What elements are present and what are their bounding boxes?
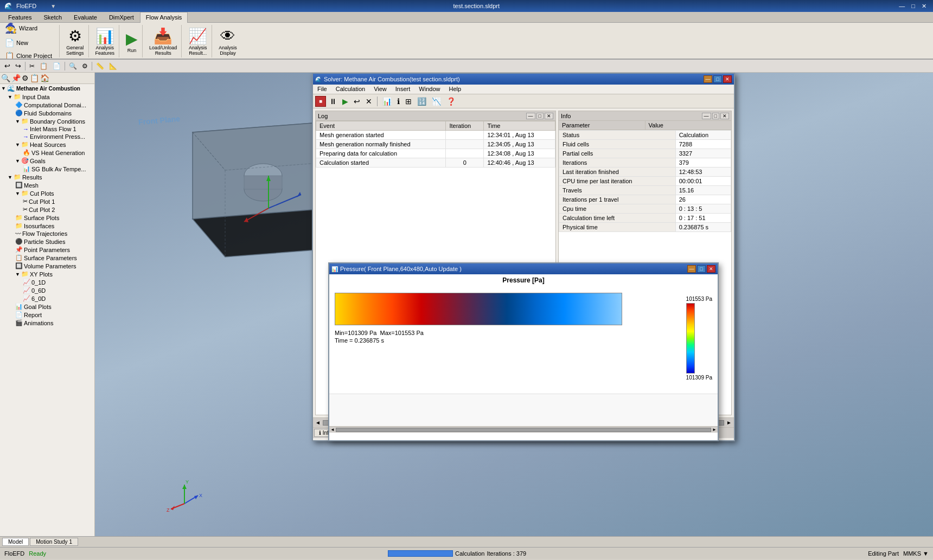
clone-project-button[interactable]: 📋 Clone Project xyxy=(2,50,55,60)
run-button[interactable]: ▶ Run xyxy=(122,25,143,57)
solver-menu-insert[interactable]: Insert xyxy=(391,85,415,93)
solver-cancel-btn[interactable]: ✕ xyxy=(363,96,374,106)
sidebar-item-fluid-sub[interactable]: 🔵 Fluid Subdomains xyxy=(0,109,94,117)
sidebar-item-0_6D[interactable]: 📈 0_6D xyxy=(0,286,94,294)
sidebar-item-report[interactable]: 📄 Report xyxy=(0,311,94,319)
pressure-scrollbar[interactable]: ◄ ► xyxy=(329,426,718,433)
tree-root[interactable]: ▼ 🌊 Methane Air Combustion xyxy=(0,84,94,93)
log-close-btn[interactable]: ✕ xyxy=(545,113,553,119)
solver-menu-file[interactable]: File xyxy=(313,85,331,93)
analysis-features-button[interactable]: 📊 AnalysisFeatures xyxy=(91,25,120,57)
sidebar-item-vs-heat[interactable]: 🔥 VS Heat Generation xyxy=(0,149,94,157)
sidebar-item-cut-plot-2[interactable]: ✂ Cut Plot 2 xyxy=(0,205,94,214)
sidebar-item-surface-params[interactable]: 📋 Surface Parameters xyxy=(0,254,94,262)
minimize-button[interactable]: — xyxy=(897,3,907,10)
sidebar-item-surface-plots[interactable]: 📁 Surface Plots xyxy=(0,214,94,222)
solver-close-button[interactable]: ✕ xyxy=(723,75,732,83)
load-unload-button[interactable]: 📥 Load/UnloadResults xyxy=(145,25,182,57)
sidebar-item-comp-domain[interactable]: 🔷 Computational Domai... xyxy=(0,101,94,109)
toolbar-btn-3[interactable]: ✂ xyxy=(27,62,37,70)
pressure-minimize-btn[interactable]: — xyxy=(687,265,696,273)
sidebar-item-volume-params[interactable]: 🔲 Volume Parameters xyxy=(0,262,94,270)
solver-menu-help[interactable]: Help xyxy=(444,85,465,93)
ribbon-tab-features[interactable]: Features xyxy=(2,12,37,22)
solver-help-btn[interactable]: ❓ xyxy=(444,96,458,106)
analysis-display-button[interactable]: 👁 AnalysisDisplay xyxy=(214,25,241,57)
info-min-btn[interactable]: — xyxy=(702,113,711,119)
maximize-button[interactable]: □ xyxy=(909,3,917,10)
sidebar-item-0_1D[interactable]: 📈 0_1D xyxy=(0,278,94,286)
sidebar-item-xy-plots[interactable]: ▼ 📁 XY Plots xyxy=(0,270,94,278)
sidebar-item-env-press[interactable]: → Environment Press... xyxy=(0,133,94,140)
solver-minimize-button[interactable]: — xyxy=(704,75,712,83)
solver-pause-btn[interactable]: ⏸ xyxy=(327,96,339,106)
pressure-scroll-right-btn[interactable]: ► xyxy=(712,427,717,432)
solver-grid-btn[interactable]: ⊞ xyxy=(403,96,414,106)
sidebar-item-input-data[interactable]: ▼ 📁 Input Data xyxy=(0,93,94,101)
sidebar-item-heat-sources[interactable]: ▼ 📁 Heat Sources xyxy=(0,140,94,149)
ribbon-tab-dimxpert[interactable]: DimXpert xyxy=(103,12,140,22)
solver-title-bar[interactable]: 🌊 Solver: Methane Air Combustion(test se… xyxy=(313,74,734,85)
pressure-close-btn[interactable]: ✕ xyxy=(707,265,715,273)
toolbar-btn-7[interactable]: ⚙ xyxy=(80,62,90,70)
log-panel-title-bar[interactable]: Log — □ ✕ xyxy=(316,111,555,121)
sidebar-item-particle-studies[interactable]: ⚫ Particle Studies xyxy=(0,237,94,246)
solver-chart-btn[interactable]: 📊 xyxy=(380,96,394,106)
toolbar-btn-9[interactable]: 📐 xyxy=(107,62,119,70)
sidebar-item-isosurfaces[interactable]: 📁 Isosurfaces xyxy=(0,222,94,230)
solver-menu-view[interactable]: View xyxy=(369,85,391,93)
sidebar-item-animations[interactable]: 🎬 Animations xyxy=(0,319,94,327)
sidebar-item-flow-traj[interactable]: 〰 Flow Trajectories xyxy=(0,230,94,237)
solver-menu-window[interactable]: Window xyxy=(414,85,444,93)
wizard-button[interactable]: 🧙 Wizard xyxy=(2,23,55,36)
toolbar-btn-redo[interactable]: ↪ xyxy=(13,61,23,70)
sidebar-item-cut-plot-1[interactable]: ✂ Cut Plot 1 xyxy=(0,197,94,205)
info-close-btn[interactable]: ✕ xyxy=(720,113,729,119)
ribbon-tab-evaluate[interactable]: Evaluate xyxy=(68,12,103,22)
sidebar-item-cut-plots[interactable]: ▼ 📁 Cut Plots xyxy=(0,189,94,197)
tree-icon-5[interactable]: 🏠 xyxy=(40,74,49,82)
tree-icon-3[interactable]: ⚙ xyxy=(22,74,29,82)
tab-motion-study[interactable]: Motion Study 1 xyxy=(30,538,78,546)
analysis-result-button[interactable]: 📈 AnalysisResult... xyxy=(184,25,212,57)
toolbar-btn-undo[interactable]: ↩ xyxy=(2,61,12,70)
toolbar-btn-6[interactable]: 🔍 xyxy=(67,62,79,70)
close-button[interactable]: ✕ xyxy=(919,3,929,10)
sidebar-item-boundary-cond[interactable]: ▼ 📁 Boundary Conditions xyxy=(0,117,94,125)
solver-info-btn[interactable]: ℹ xyxy=(395,96,402,106)
solver-menu-calculation[interactable]: Calculation xyxy=(331,85,369,93)
log-max-btn[interactable]: □ xyxy=(536,113,544,119)
toolbar-btn-5[interactable]: 📄 xyxy=(50,62,63,70)
sidebar-item-inlet-mass[interactable]: → Inlet Mass Flow 1 xyxy=(0,125,94,133)
solver-step-btn[interactable]: ↩ xyxy=(352,96,362,106)
sidebar-item-goals[interactable]: ▼ 🎯 Goals xyxy=(0,157,94,165)
solver-num-btn[interactable]: 🔢 xyxy=(415,96,429,106)
log-min-btn[interactable]: — xyxy=(526,113,535,119)
solver-scroll-left[interactable]: ◄ xyxy=(315,420,321,426)
sidebar-item-sg-bulk[interactable]: 📊 SG Bulk Av Tempe... xyxy=(0,165,94,173)
tab-model[interactable]: Model xyxy=(2,538,29,546)
sidebar-item-6_0D[interactable]: 📈 6_0D xyxy=(0,294,94,302)
ribbon-tab-flow-analysis[interactable]: Flow Analysis xyxy=(140,12,188,23)
solver-stop-btn[interactable]: ■ xyxy=(315,96,326,107)
pressure-maximize-btn[interactable]: □ xyxy=(697,265,706,273)
tree-icon-1[interactable]: 🔍 xyxy=(1,74,10,82)
sidebar-item-results[interactable]: ▼ 📁 Results xyxy=(0,173,94,181)
toolbar-btn-8[interactable]: 📏 xyxy=(94,62,106,70)
info-max-btn[interactable]: □ xyxy=(712,113,719,119)
solver-scroll-right[interactable]: ► xyxy=(726,420,732,426)
sidebar-item-point-params[interactable]: 📌 Point Parameters xyxy=(0,246,94,254)
solver-play-btn[interactable]: ▶ xyxy=(340,96,350,106)
new-button[interactable]: 📄 New xyxy=(2,37,55,49)
sidebar-item-mesh[interactable]: 🔲 Mesh xyxy=(0,181,94,189)
ribbon-tab-sketch[interactable]: Sketch xyxy=(37,12,68,22)
toolbar-btn-4[interactable]: 📋 xyxy=(37,62,50,70)
solver-plot-btn[interactable]: 📉 xyxy=(430,96,443,106)
info-panel-title-bar[interactable]: Info — □ ✕ xyxy=(559,111,731,121)
tree-icon-2[interactable]: 📌 xyxy=(11,74,21,82)
solver-maximize-button[interactable]: □ xyxy=(713,75,722,83)
tree-icon-4[interactable]: 📋 xyxy=(30,74,39,82)
sidebar-item-goal-plots[interactable]: 📊 Goal Plots xyxy=(0,302,94,311)
pressure-title-bar[interactable]: 📊 Pressure( Front Plane,640x480,Auto Upd… xyxy=(329,263,718,274)
pressure-scroll-left-btn[interactable]: ◄ xyxy=(330,427,335,432)
